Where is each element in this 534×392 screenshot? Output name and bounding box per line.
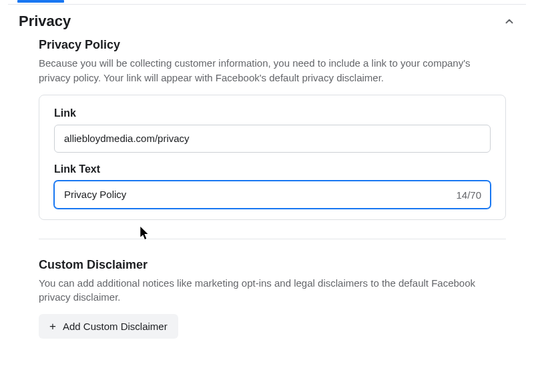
privacy-policy-heading: Privacy Policy [39, 38, 506, 52]
section-divider [39, 239, 506, 239]
custom-disclaimer-description: You can add additional notices like mark… [39, 276, 493, 305]
section-title: Privacy [19, 13, 71, 30]
chevron-up-icon [503, 15, 515, 27]
section-header-privacy[interactable]: Privacy [8, 13, 526, 38]
mouse-cursor-icon [140, 227, 150, 240]
plus-icon: + [49, 321, 56, 332]
privacy-policy-section: Privacy Policy Because you will be colle… [39, 38, 506, 239]
char-counter: 14/70 [452, 189, 481, 200]
custom-disclaimer-section: Custom Disclaimer You can add additional… [39, 258, 506, 339]
link-text-label: Link Text [54, 163, 491, 175]
tab-indicator [17, 0, 64, 3]
add-custom-disclaimer-button[interactable]: + Add Custom Disclaimer [39, 314, 178, 339]
top-divider [8, 4, 526, 5]
link-input[interactable] [54, 125, 491, 153]
link-field-block: Link [54, 107, 491, 153]
privacy-policy-description: Because you will be collecting customer … [39, 56, 493, 85]
custom-disclaimer-heading: Custom Disclaimer [39, 258, 506, 272]
link-text-field-block: Link Text 14/70 [54, 163, 491, 209]
link-text-input[interactable] [54, 181, 491, 209]
add-custom-disclaimer-label: Add Custom Disclaimer [63, 321, 168, 332]
privacy-policy-card: Link Link Text 14/70 [39, 95, 506, 220]
link-label: Link [54, 107, 491, 119]
